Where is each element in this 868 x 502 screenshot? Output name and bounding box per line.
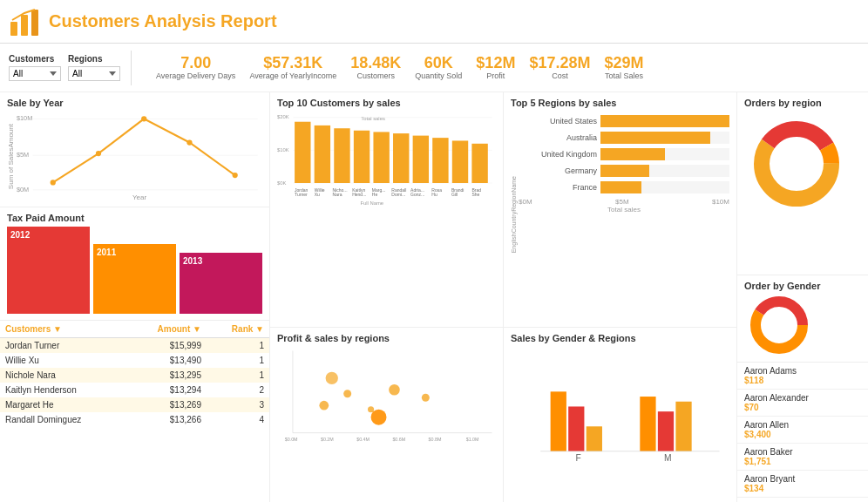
region-label: United States: [519, 117, 597, 126]
kpi-value: 60K: [424, 55, 453, 72]
customer-list[interactable]: Aaron Adams$118Aaron Alexander$70Aaron A…: [737, 363, 868, 502]
kpi-label: Quantity Sold: [415, 71, 462, 80]
kpi-item: $57.31KAverage of YearlyIncome: [249, 55, 336, 81]
header: Customers Analysis Report: [0, 0, 868, 44]
orders-region-chart: [744, 112, 849, 216]
table-row[interactable]: Randall Dominguez$13,2664: [0, 412, 269, 427]
tax-bar-label: 2012: [10, 230, 30, 240]
region-bar-fill: [600, 132, 710, 144]
kpi-item: $29MTotal Sales: [604, 55, 643, 81]
svg-rect-78: [675, 402, 691, 451]
svg-text:$0.2M: $0.2M: [321, 437, 334, 442]
svg-rect-35: [471, 144, 487, 183]
customer-rank: 1: [207, 353, 269, 368]
orders-gender-chart: [744, 295, 814, 356]
col-customers[interactable]: Customers ▼: [0, 321, 126, 338]
svg-text:Xu: Xu: [315, 192, 320, 197]
svg-point-70: [371, 410, 387, 425]
table-row[interactable]: Margaret He$13,2693: [0, 397, 269, 412]
region-bar-track: [600, 132, 729, 144]
col-amount[interactable]: Amount ▼: [126, 321, 207, 338]
svg-text:$0.8M: $0.8M: [429, 437, 442, 442]
svg-rect-32: [413, 136, 429, 183]
table-row[interactable]: Jordan Turner$15,9991: [0, 338, 269, 354]
filter-divider: [131, 51, 132, 85]
kpi-item: 7.00Average Delivery Days: [156, 55, 235, 81]
svg-rect-2: [31, 10, 38, 36]
customer-table-section: Customers ▼ Amount ▼ Rank ▼ Jordan Turne…: [0, 321, 269, 502]
customer-name: Randall Dominguez: [0, 412, 126, 427]
svg-text:Hend...: Hend...: [352, 192, 366, 197]
table-row[interactable]: Nichole Nara$13,2951: [0, 368, 269, 383]
customer-amount: $1,751: [744, 457, 861, 466]
regions-select[interactable]: All: [68, 66, 120, 81]
col-rank[interactable]: Rank ▼: [207, 321, 269, 338]
list-item[interactable]: Aaron Bryant$134: [737, 471, 868, 498]
profit-sales-chart: $0.0M $0.2M $0.4M $0.6M $0.8M $1.0M: [277, 347, 496, 449]
list-item[interactable]: Aaron Alexander$70: [737, 390, 868, 417]
customer-amount: $70: [744, 403, 861, 412]
customer-name: Aaron Adams: [744, 366, 861, 376]
svg-point-84: [777, 145, 816, 183]
kpi-label: Average of YearlyIncome: [249, 71, 336, 80]
svg-point-67: [368, 406, 374, 412]
customer-name: Aaron Alexander: [744, 393, 861, 403]
svg-rect-72: [551, 391, 566, 451]
tax-bar-label: 2013: [183, 256, 202, 266]
kpi-item: 18.48KCustomers: [350, 55, 401, 81]
svg-point-10: [96, 151, 101, 156]
tax-bar: 2011: [93, 244, 176, 314]
kpi-item: $17.28MCost: [529, 55, 590, 81]
customer-table-scroll[interactable]: Customers ▼ Amount ▼ Rank ▼ Jordan Turne…: [0, 321, 269, 502]
customer-amount: $13,294: [126, 383, 207, 397]
kpi-label: Profit: [486, 71, 505, 80]
kpi-value: $29M: [604, 55, 643, 72]
tax-bar: 2013: [180, 253, 262, 314]
svg-text:$20K: $20K: [277, 114, 289, 119]
customer-name: Willie Xu: [0, 353, 126, 368]
filters-bar: Customers All Regions All 7.00Average De…: [0, 44, 868, 92]
table-row[interactable]: Willie Xu$13,4901: [0, 353, 269, 368]
list-item[interactable]: Aaron Allen$3,400: [737, 417, 868, 444]
kpi-label: Average Delivery Days: [156, 71, 235, 80]
tax-bar-label: 2011: [97, 248, 116, 257]
region-bar-fill: [600, 181, 641, 193]
region-bar-row: Germany: [519, 165, 729, 177]
svg-text:$0.0M: $0.0M: [285, 437, 298, 442]
region-label: United Kingdom: [519, 150, 597, 159]
kpi-value: $12M: [476, 55, 515, 72]
svg-rect-33: [432, 138, 448, 183]
orders-gender-section: Order by Gender: [737, 275, 868, 363]
customer-amount: $13,490: [126, 353, 207, 368]
list-item[interactable]: Aaron Adams$118: [737, 363, 868, 390]
svg-text:Full Name: Full Name: [360, 200, 383, 206]
top5-x5: $5M: [615, 198, 629, 206]
list-item[interactable]: Aaron Baker$1,751: [737, 444, 868, 471]
svg-rect-27: [315, 126, 330, 183]
svg-point-9: [51, 180, 56, 185]
page-title: Customers Analysis Report: [49, 11, 277, 31]
svg-point-13: [233, 173, 238, 178]
svg-point-65: [319, 401, 329, 410]
svg-point-66: [343, 390, 351, 397]
svg-text:$0.6M: $0.6M: [392, 437, 405, 442]
svg-rect-76: [640, 397, 655, 451]
top5-title: Top 5 Regions by sales: [511, 98, 729, 108]
customers-select[interactable]: All: [9, 66, 61, 81]
table-row[interactable]: Kaitlyn Henderson$13,2942: [0, 383, 269, 397]
top10-title: Top 10 Customers by sales: [277, 98, 496, 108]
kpi-item: 60KQuantity Sold: [415, 55, 462, 81]
customer-rank: 1: [207, 368, 269, 383]
profit-sales-title: Profit & sales by regions: [277, 333, 496, 343]
svg-point-71: [326, 372, 338, 384]
svg-text:Hu: Hu: [431, 192, 437, 197]
sales-gender-chart: F M: [511, 347, 729, 476]
regions-filter-group: Regions All: [68, 54, 120, 81]
customer-name: Jordan Turner: [0, 338, 126, 354]
customer-name: Aaron Bryant: [744, 474, 861, 484]
list-item[interactable]: Aaron Butler$15: [737, 498, 868, 502]
svg-text:Gill: Gill: [451, 192, 458, 197]
sales-gender-section: Sales by Gender & Regions F M: [504, 328, 736, 502]
customer-amount: $13,266: [126, 412, 207, 427]
tax-bar: 2012: [7, 227, 90, 314]
